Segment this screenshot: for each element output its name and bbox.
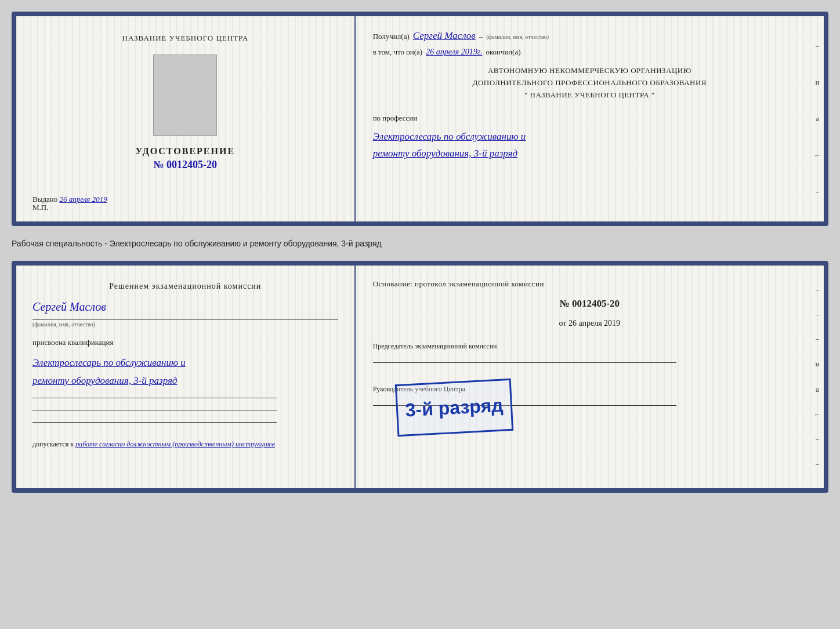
recipient-name: Сергей Маслов <box>413 30 476 42</box>
date-line: в том, что он(а) 26 апреля 2019г. окончи… <box>373 48 806 57</box>
person-sublabel: (фамилия, имя, отчество) <box>32 319 338 328</box>
profession-handwritten: Электрослесарь по обслуживанию и ремонту… <box>373 129 806 162</box>
protocol-number: № 0012405-20 <box>373 298 806 310</box>
decision-title: Решением экзаменационной комиссии <box>32 282 338 291</box>
issued-date: 26 апреля 2019 <box>60 195 107 203</box>
profession-line2: ремонту оборудования, 3-й разряд <box>373 148 517 159</box>
recipient-sublabel: (фамилия, имя, отчество) <box>486 34 549 40</box>
allowed-prefix: допускается к <box>32 440 74 448</box>
qual-handwritten: Электрослесарь по обслуживанию и ремонту… <box>32 354 338 390</box>
bottom-certificate-card: Решением экзаменационной комиссии Сергей… <box>12 261 828 493</box>
org-line2: ДОПОЛНИТЕЛЬНОГО ПРОФЕССИОНАЛЬНОГО ОБРАЗО… <box>373 77 806 89</box>
qual-line2: ремонту оборудования, 3-й разряд <box>32 375 177 386</box>
signature-line-2 <box>32 410 277 410</box>
issued-prefix: Выдано <box>32 195 57 203</box>
specialty-text: Рабочая специальность - Электрослесарь п… <box>12 237 828 250</box>
photo-placeholder <box>153 54 217 136</box>
org-block: АВТОНОМНУЮ НЕКОММЕРЧЕСКУЮ ОРГАНИЗАЦИЮ ДО… <box>373 65 806 101</box>
cert-number: № 0012405-20 <box>154 159 218 171</box>
date-suffix: окончил(а) <box>486 48 520 57</box>
allowed-text: допускается к работе согласно должностны… <box>32 440 338 449</box>
cert-label: УДОСТОВЕРЕНИЕ <box>136 146 236 157</box>
protocol-date: от 26 апреля 2019 <box>373 319 806 328</box>
dash-symbol: – <box>479 32 483 41</box>
right-dashes-bottom: – – – и а ← – – <box>811 266 824 488</box>
org-line1: АВТОНОМНУЮ НЕКОММЕРЧЕСКУЮ ОРГАНИЗАЦИЮ <box>373 65 806 77</box>
signature-line-1 <box>32 398 277 398</box>
recipient-line: Получил(а) Сергей Маслов – (фамилия, имя… <box>373 30 806 42</box>
cert-left-panel: НАЗВАНИЕ УЧЕБНОГО ЦЕНТРА УДОСТОВЕРЕНИЕ №… <box>16 16 356 221</box>
mp-label: М.П. <box>32 203 48 212</box>
profession-line1: Электрослесарь по обслуживанию и <box>373 131 526 142</box>
chairman-sig-line <box>373 362 676 363</box>
received-prefix: Получил(а) <box>373 32 410 41</box>
org-title-top: НАЗВАНИЕ УЧЕБНОГО ЦЕНТРА <box>122 34 248 43</box>
cert-right-panel: Получил(а) Сергей Маслов – (фамилия, имя… <box>356 16 824 221</box>
profession-prefix: по профессии <box>373 114 806 123</box>
bottom-right-panel: Основание: протокол экзаменационной коми… <box>356 266 824 488</box>
allowed-handwritten-text: работе согласно должностным (производств… <box>75 440 275 448</box>
chairman-label: Председатель экзаменационной комиссии <box>373 342 806 351</box>
date-from-prefix: от <box>559 319 567 328</box>
signature-line-3 <box>32 422 277 423</box>
date-value: 26 апреля 2019г. <box>426 48 482 57</box>
cert-number-value: 0012405-20 <box>166 159 217 170</box>
qual-assigned: присвоена квалификация <box>32 338 338 347</box>
bottom-left-panel: Решением экзаменационной комиссии Сергей… <box>16 266 356 488</box>
right-dashes-top: – и а ← – <box>811 16 824 221</box>
basis-label: Основание: протокол экзаменационной коми… <box>373 279 806 289</box>
issued-line: Выдано 26 апреля 2019 <box>32 195 338 204</box>
protocol-date-value: 26 апреля 2019 <box>569 319 620 328</box>
qual-line1: Электрослесарь по обслуживанию и <box>32 357 186 368</box>
stamp-text: 3-й разряд <box>404 394 503 421</box>
person-name-large: Сергей Маслов <box>32 300 338 314</box>
cert-no-prefix: № <box>154 159 164 170</box>
top-certificate-card: НАЗВАНИЕ УЧЕБНОГО ЦЕНТРА УДОСТОВЕРЕНИЕ №… <box>12 12 828 226</box>
org-line3: " НАЗВАНИЕ УЧЕБНОГО ЦЕНТРА " <box>373 89 806 101</box>
stamp-box: 3-й разряд <box>394 379 513 437</box>
date-prefix: в том, что он(а) <box>373 48 423 57</box>
